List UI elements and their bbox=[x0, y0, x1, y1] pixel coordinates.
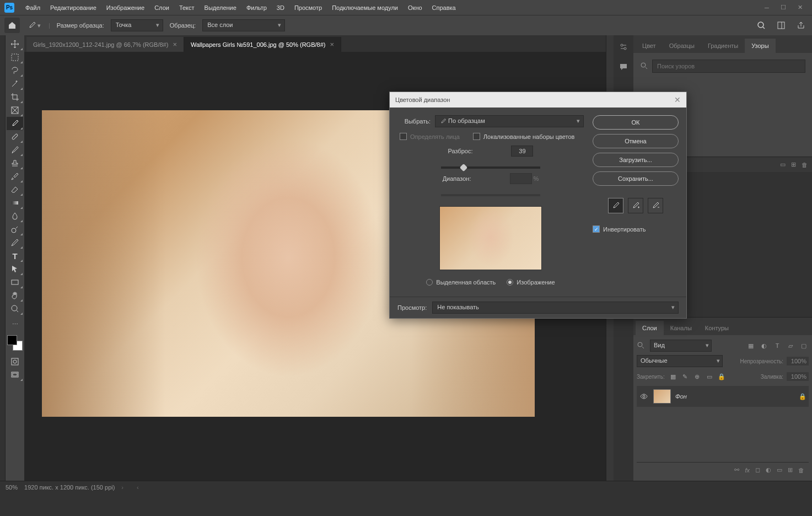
gradient-tool[interactable] bbox=[7, 196, 23, 209]
minimize-button[interactable]: ─ bbox=[759, 2, 775, 13]
layer-item-background[interactable]: Фон 🔒 bbox=[637, 386, 809, 407]
document-tab-2[interactable]: Wallpapers Girls №591_006.jpg @ 50% (RGB… bbox=[184, 37, 341, 52]
preview-thumbnail[interactable] bbox=[439, 206, 542, 270]
tool-preset-button[interactable]: ▾ bbox=[26, 18, 42, 33]
marquee-tool[interactable] bbox=[7, 51, 23, 64]
fuzziness-slider[interactable] bbox=[441, 166, 540, 169]
lock-position-icon[interactable]: ⊕ bbox=[692, 372, 702, 381]
trash-icon[interactable]: 🗑 bbox=[802, 162, 808, 168]
quick-select-tool[interactable] bbox=[7, 77, 23, 90]
layer-mask-icon[interactable]: ◻ bbox=[755, 466, 760, 474]
healing-tool[interactable] bbox=[7, 130, 23, 143]
menu-plugins[interactable]: Подключаемые модули bbox=[327, 2, 402, 13]
history-brush-tool[interactable] bbox=[7, 170, 23, 183]
pen-tool[interactable] bbox=[7, 236, 23, 249]
tab-channels[interactable]: Каналы bbox=[664, 321, 698, 335]
layer-thumbnail[interactable] bbox=[653, 389, 671, 404]
cancel-button[interactable]: Отмена bbox=[593, 134, 679, 148]
radio-image[interactable]: Изображение bbox=[507, 279, 555, 286]
layer-style-icon[interactable]: fx bbox=[745, 467, 750, 474]
radio-selection[interactable]: Выделенная область bbox=[426, 279, 496, 286]
invert-checkbox[interactable]: Инвертировать bbox=[593, 225, 679, 233]
menu-edit[interactable]: Редактирование bbox=[46, 2, 101, 13]
screen-mode-tool[interactable] bbox=[7, 368, 23, 381]
foreground-color[interactable] bbox=[7, 335, 17, 345]
eraser-tool[interactable] bbox=[7, 183, 23, 196]
dialog-close-button[interactable]: ✕ bbox=[674, 95, 681, 104]
select-dropdown[interactable]: По образцам bbox=[435, 115, 584, 127]
filter-shape-icon[interactable]: ▱ bbox=[786, 341, 795, 351]
tab-layers[interactable]: Слои bbox=[636, 321, 664, 335]
menu-window[interactable]: Окно bbox=[404, 2, 427, 13]
dialog-titlebar[interactable]: Цветовой диапазон ✕ bbox=[390, 92, 686, 108]
lock-all-icon[interactable]: 🔒 bbox=[717, 372, 727, 381]
new-icon[interactable]: ⊞ bbox=[791, 161, 796, 168]
hand-tool[interactable] bbox=[7, 289, 23, 302]
color-swatches[interactable] bbox=[7, 335, 23, 351]
tab-1-close[interactable]: × bbox=[173, 40, 177, 49]
eyedropper-add-button[interactable] bbox=[628, 198, 643, 213]
path-select-tool[interactable] bbox=[7, 262, 23, 276]
menu-help[interactable]: Справка bbox=[428, 2, 460, 13]
adjustments-panel-icon[interactable] bbox=[616, 40, 631, 54]
stamp-tool[interactable] bbox=[7, 157, 23, 170]
sample-select[interactable]: Все слои bbox=[202, 19, 285, 31]
adjustment-layer-icon[interactable]: ◐ bbox=[766, 466, 771, 474]
eyedropper-subtract-button[interactable] bbox=[648, 198, 663, 213]
menu-view[interactable]: Просмотр bbox=[290, 2, 326, 13]
ok-button[interactable]: ОК bbox=[593, 115, 679, 130]
filter-adjust-icon[interactable]: ◐ bbox=[759, 341, 769, 351]
fuzziness-input[interactable] bbox=[511, 146, 533, 157]
menu-text[interactable]: Текст bbox=[175, 2, 199, 13]
lasso-tool[interactable] bbox=[7, 64, 23, 77]
status-arrow[interactable]: › bbox=[121, 484, 123, 491]
zoom-tool[interactable] bbox=[7, 302, 23, 315]
menu-layers[interactable]: Слои bbox=[150, 2, 174, 13]
filter-smart-icon[interactable]: ▢ bbox=[799, 341, 809, 351]
layer-filter-select[interactable]: Вид bbox=[650, 340, 712, 352]
eyedropper-sample-button[interactable] bbox=[608, 198, 623, 213]
fill-value[interactable]: 100% bbox=[787, 372, 809, 381]
preview-mode-select[interactable]: Не показывать bbox=[432, 302, 679, 314]
opacity-value[interactable]: 100% bbox=[787, 357, 809, 366]
status-nav-left[interactable]: ‹ bbox=[137, 484, 139, 491]
document-tab-1[interactable]: Girls_1920x1200_112-241.jpg @ 66,7% (RGB… bbox=[26, 37, 184, 52]
eyedropper-tool[interactable] bbox=[7, 117, 23, 130]
search-button[interactable] bbox=[755, 19, 768, 32]
layer-visibility-toggle[interactable] bbox=[639, 391, 649, 401]
tab-patterns[interactable]: Узоры bbox=[745, 39, 775, 53]
type-tool[interactable]: T bbox=[7, 249, 23, 262]
comments-panel-icon[interactable] bbox=[616, 60, 631, 74]
filter-pixel-icon[interactable]: ▦ bbox=[746, 341, 756, 351]
document-info[interactable]: 1920 пикс. x 1200 пикс. (150 ppi) bbox=[24, 484, 115, 491]
lock-pixels-icon[interactable]: ✎ bbox=[680, 372, 690, 381]
workspace-button[interactable] bbox=[775, 19, 788, 32]
tab-swatches[interactable]: Образцы bbox=[663, 39, 701, 53]
lock-transparent-icon[interactable]: ▩ bbox=[668, 372, 678, 381]
zoom-level[interactable]: 50% bbox=[6, 484, 18, 491]
quick-mask-tool[interactable] bbox=[7, 355, 23, 368]
layer-name[interactable]: Фон bbox=[675, 393, 687, 400]
maximize-button[interactable]: ☐ bbox=[776, 2, 791, 13]
brush-tool[interactable] bbox=[7, 143, 23, 157]
menu-filter[interactable]: Фильтр bbox=[242, 2, 271, 13]
folder-icon[interactable]: ▭ bbox=[780, 161, 786, 168]
menu-image[interactable]: Изображение bbox=[102, 2, 149, 13]
dodge-tool[interactable] bbox=[7, 223, 23, 236]
crop-tool[interactable] bbox=[7, 90, 23, 104]
tab-paths[interactable]: Контуры bbox=[698, 321, 735, 335]
home-button[interactable] bbox=[4, 18, 20, 33]
tab-color[interactable]: Цвет bbox=[636, 39, 663, 53]
pattern-search-input[interactable] bbox=[652, 60, 805, 73]
filter-type-icon[interactable]: T bbox=[772, 341, 782, 351]
frame-tool[interactable] bbox=[7, 104, 23, 117]
lock-artboard-icon[interactable]: ▭ bbox=[705, 372, 714, 381]
move-tool[interactable] bbox=[7, 37, 23, 51]
blur-tool[interactable] bbox=[7, 209, 23, 223]
blend-mode-select[interactable]: Обычные bbox=[637, 355, 723, 367]
new-layer-icon[interactable]: ⊞ bbox=[788, 466, 793, 474]
menu-file[interactable]: Файл bbox=[21, 2, 45, 13]
layer-group-icon[interactable]: ▭ bbox=[777, 466, 782, 474]
tab-gradients[interactable]: Градиенты bbox=[701, 39, 745, 53]
menu-3d[interactable]: 3D bbox=[272, 2, 289, 13]
